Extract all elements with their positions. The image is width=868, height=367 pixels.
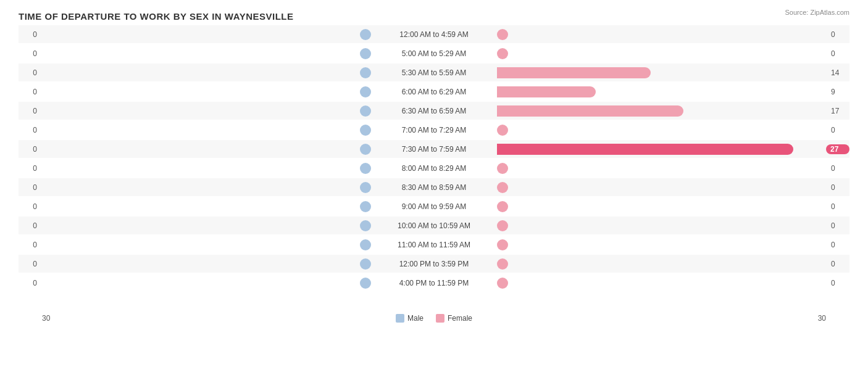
chart-row: 0 8:00 AM to 8:29 AM 0 xyxy=(19,159,849,177)
male-bar xyxy=(360,239,371,250)
female-bar xyxy=(497,86,596,97)
female-bar-container xyxy=(496,125,826,136)
legend-male-box xyxy=(396,314,404,323)
bars-wrapper: 12:00 PM to 3:59 PM xyxy=(42,255,826,273)
male-bar-container xyxy=(42,201,372,212)
female-bar-container xyxy=(496,239,826,250)
right-value: 0 xyxy=(826,241,849,249)
right-value: 9 xyxy=(826,88,849,96)
female-bar-container xyxy=(496,258,826,270)
male-bar-container xyxy=(42,48,372,59)
female-bar xyxy=(497,278,508,289)
time-label: 4:00 PM to 11:59 PM xyxy=(372,279,496,287)
chart-row: 0 9:00 AM to 9:59 AM 0 xyxy=(19,197,849,215)
time-label: 6:00 AM to 6:29 AM xyxy=(372,88,496,96)
chart-row: 0 11:00 AM to 11:59 AM 0 xyxy=(19,236,849,254)
left-value: 0 xyxy=(19,30,42,39)
bars-wrapper: 6:30 AM to 6:59 AM xyxy=(42,102,826,120)
right-value: 0 xyxy=(826,260,849,268)
legend-male-label: Male xyxy=(407,314,424,323)
chart-footer: 30 Male Female 30 xyxy=(19,314,849,323)
male-bar-container xyxy=(42,182,372,193)
time-label: 8:30 AM to 8:59 AM xyxy=(372,183,496,192)
right-value: 0 xyxy=(826,221,849,230)
chart-row: 0 8:30 AM to 8:59 AM 0 xyxy=(19,178,849,196)
female-bar-container xyxy=(496,67,826,78)
male-bar xyxy=(360,86,371,97)
chart-row: 0 4:00 PM to 11:59 PM 0 xyxy=(19,274,849,292)
female-bar-container xyxy=(496,144,826,155)
left-value: 0 xyxy=(19,107,42,115)
time-label: 7:00 AM to 7:29 AM xyxy=(372,126,496,134)
time-label: 12:00 PM to 3:59 PM xyxy=(372,260,496,268)
bars-wrapper: 12:00 AM to 4:59 AM xyxy=(42,25,826,43)
female-bar-container xyxy=(496,29,826,40)
female-bar xyxy=(497,29,508,40)
time-label: 7:30 AM to 7:59 AM xyxy=(372,145,496,154)
chart-row: 0 6:00 AM to 6:29 AM 9 xyxy=(19,83,849,101)
male-bar xyxy=(360,105,371,117)
chart-row: 0 6:30 AM to 6:59 AM 17 xyxy=(19,102,849,120)
legend-male: Male xyxy=(396,314,424,323)
female-bar-container xyxy=(496,182,826,193)
axis-left-label: 30 xyxy=(42,314,67,323)
male-bar-container xyxy=(42,163,372,174)
female-bar-container xyxy=(496,163,826,174)
bars-wrapper: 4:00 PM to 11:59 PM xyxy=(42,274,826,292)
right-value: 0 xyxy=(826,30,849,39)
time-label: 10:00 AM to 10:59 AM xyxy=(372,221,496,230)
left-value: 0 xyxy=(19,49,42,58)
legend-female-box xyxy=(436,314,444,323)
male-bar xyxy=(360,67,371,78)
chart-row: 0 7:00 AM to 7:29 AM 0 xyxy=(19,121,849,139)
female-bar-container xyxy=(496,278,826,289)
female-bar xyxy=(497,163,508,174)
right-value: 0 xyxy=(826,49,849,58)
female-bar xyxy=(497,182,508,193)
male-bar xyxy=(360,144,371,155)
time-label: 5:30 AM to 5:59 AM xyxy=(372,68,496,77)
bars-wrapper: 8:30 AM to 8:59 AM xyxy=(42,178,826,196)
female-bar xyxy=(497,48,508,59)
axis-right-label: 30 xyxy=(801,314,826,323)
male-bar xyxy=(360,29,371,40)
male-bar xyxy=(360,201,371,212)
right-value: 0 xyxy=(826,202,849,211)
chart-area: 0 12:00 AM to 4:59 AM 0 0 xyxy=(19,25,849,309)
female-bar xyxy=(497,239,508,250)
male-bar-container xyxy=(42,29,372,40)
female-bar xyxy=(497,258,508,270)
time-label: 9:00 AM to 9:59 AM xyxy=(372,202,496,211)
legend: Male Female xyxy=(396,314,472,323)
female-bar-container xyxy=(496,220,826,231)
chart-row: 0 5:30 AM to 5:59 AM 14 xyxy=(19,64,849,81)
right-value: 0 xyxy=(826,279,849,287)
time-label: 8:00 AM to 8:29 AM xyxy=(372,164,496,173)
bars-wrapper: 5:00 AM to 5:29 AM xyxy=(42,44,826,62)
chart-row: 0 5:00 AM to 5:29 AM 0 xyxy=(19,44,849,62)
left-value: 0 xyxy=(19,279,42,287)
chart-row: 0 10:00 AM to 10:59 AM 0 xyxy=(19,216,849,234)
female-bar xyxy=(497,201,508,212)
male-bar-container xyxy=(42,220,372,231)
time-label: 5:00 AM to 5:29 AM xyxy=(372,49,496,58)
male-bar-container xyxy=(42,105,372,117)
female-bar-container xyxy=(496,105,826,117)
male-bar xyxy=(360,163,371,174)
left-value: 0 xyxy=(19,68,42,77)
bars-wrapper: 8:00 AM to 8:29 AM xyxy=(42,159,826,177)
time-label: 6:30 AM to 6:59 AM xyxy=(372,107,496,115)
left-value: 0 xyxy=(19,164,42,173)
male-bar-container xyxy=(42,239,372,250)
female-bar xyxy=(497,220,508,231)
male-bar-container xyxy=(42,67,372,78)
male-bar xyxy=(360,258,371,270)
female-bar xyxy=(497,125,508,136)
time-label: 11:00 AM to 11:59 AM xyxy=(372,241,496,249)
female-bar xyxy=(497,105,683,117)
legend-female-label: Female xyxy=(448,314,472,323)
bars-wrapper: 11:00 AM to 11:59 AM xyxy=(42,236,826,254)
male-bar xyxy=(360,182,371,193)
left-value: 0 xyxy=(19,202,42,211)
legend-female: Female xyxy=(436,314,472,323)
